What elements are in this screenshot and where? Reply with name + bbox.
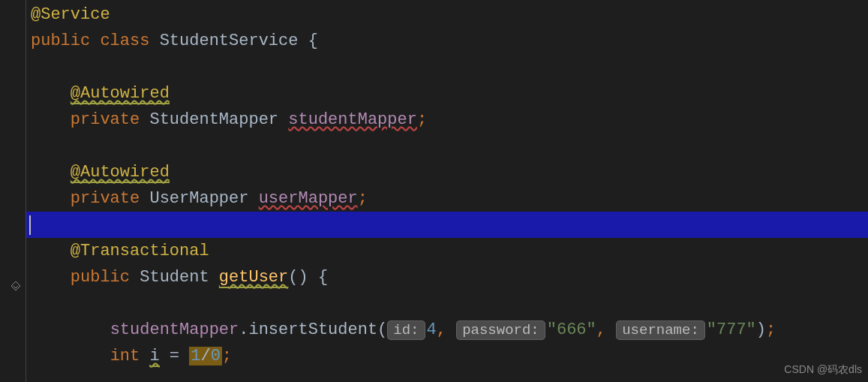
keyword-private: private xyxy=(71,110,140,129)
code-line-blank[interactable] xyxy=(26,54,868,80)
keyword-private: private xyxy=(71,189,140,208)
arg-id: 4 xyxy=(427,320,437,339)
arg-password: "666" xyxy=(547,320,596,339)
method-insertstudent: insertStudent xyxy=(248,320,377,339)
code-line[interactable]: public Student getUser() { xyxy=(26,264,868,290)
field-studentmapper: studentMapper xyxy=(288,110,417,129)
brace: { xyxy=(308,32,318,50)
code-area[interactable]: @Service public class StudentService { @… xyxy=(26,0,868,382)
arg-username: "777" xyxy=(707,320,756,339)
param-hint-username: username: xyxy=(616,320,705,340)
method-getuser: getUser xyxy=(219,268,288,288)
code-line[interactable]: @Transactional xyxy=(26,238,868,264)
annotation-transactional: @Transactional xyxy=(71,242,209,260)
code-line-blank[interactable] xyxy=(26,133,868,159)
semicolon: ; xyxy=(417,110,427,129)
code-line-blank[interactable] xyxy=(26,290,868,317)
brace: { xyxy=(318,268,328,287)
watermark: CSDN @码农dls xyxy=(784,361,862,377)
code-line-cursor[interactable] xyxy=(26,212,868,238)
param-hint-id: id: xyxy=(387,320,425,340)
text-cursor xyxy=(29,215,31,235)
gutter xyxy=(0,0,26,382)
ref-studentmapper: studentMapper xyxy=(110,320,239,339)
param-hint-password: password: xyxy=(456,320,545,340)
code-line[interactable]: int i = 1/0; xyxy=(26,343,868,369)
class-name: StudentService xyxy=(160,32,299,50)
keyword-int: int xyxy=(110,347,140,365)
code-line[interactable]: @Autowired xyxy=(26,80,868,107)
code-line[interactable]: @Service xyxy=(26,2,868,28)
keyword-public: public xyxy=(71,268,130,287)
num-one: 1 xyxy=(191,347,200,365)
comma: , xyxy=(437,320,446,339)
slash: / xyxy=(200,347,210,365)
type-student: Student xyxy=(140,268,209,287)
parens: () xyxy=(288,268,308,287)
code-line[interactable]: private UserMapper userMapper; xyxy=(26,185,868,212)
annotation-service: @Service xyxy=(31,5,110,24)
gutter-icon xyxy=(11,279,21,299)
field-usermapper: userMapper xyxy=(259,189,358,208)
keyword-public: public xyxy=(31,32,90,50)
dot: . xyxy=(239,320,248,339)
keyword-class: class xyxy=(100,32,149,50)
code-line[interactable]: public class StudentService { xyxy=(26,28,868,54)
code-line[interactable]: @Autowired xyxy=(26,159,868,185)
comma: , xyxy=(596,320,606,339)
num-zero: 0 xyxy=(211,347,221,365)
code-line[interactable]: studentMapper.insertStudent(id:4, passwo… xyxy=(26,317,868,343)
equals: = xyxy=(170,347,179,365)
semicolon: ; xyxy=(766,320,776,339)
code-editor[interactable]: @Service public class StudentService { @… xyxy=(0,0,868,382)
annotation-autowired: @Autowired xyxy=(71,163,170,183)
semicolon: ; xyxy=(222,347,232,365)
var-i: i xyxy=(149,347,159,367)
type-usermapper: UserMapper xyxy=(149,189,248,208)
annotation-autowired: @Autowired xyxy=(71,84,170,104)
code-line[interactable]: private StudentMapper studentMapper; xyxy=(26,107,868,133)
type-studentmapper: StudentMapper xyxy=(149,110,278,129)
semicolon: ; xyxy=(358,189,368,208)
